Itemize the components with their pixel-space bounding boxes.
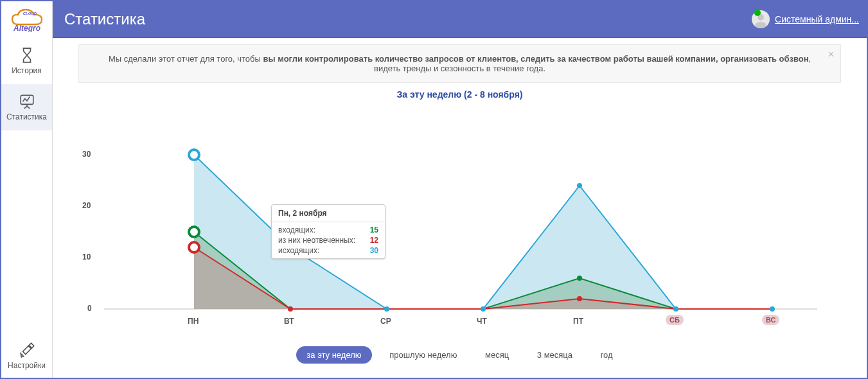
sidebar-item-label: Статистика: [6, 112, 47, 121]
tooltip-out-label: исходящих:: [278, 246, 319, 255]
svg-point-14: [577, 296, 582, 301]
sidebar-item-label: История: [12, 66, 42, 75]
svg-point-6: [189, 227, 199, 237]
svg-point-13: [577, 276, 582, 281]
sidebar-item-label: Настройки: [8, 361, 46, 370]
svg-text:CLOUD: CLOUD: [22, 12, 37, 15]
chart-svg: [78, 105, 843, 336]
logo: CLOUD Altegro: [1, 1, 53, 38]
user-menu[interactable]: Системный админ...: [743, 10, 867, 28]
chart[interactable]: 30 20 10 0 ПН ВТ СР ЧТ ПТ СБ ВС: [78, 105, 843, 342]
tooltip-out-val: 30: [370, 246, 378, 255]
range-selector: за эту неделю прошлую неделю месяц 3 мес…: [72, 346, 847, 364]
notice-text-bold: вы могли контролировать количество запро…: [263, 54, 809, 64]
sidebar-item-history[interactable]: История: [1, 38, 52, 84]
range-last-week[interactable]: прошлую неделю: [379, 346, 467, 364]
svg-text:Altegro: Altegro: [13, 24, 40, 32]
svg-point-11: [481, 306, 486, 312]
svg-point-10: [384, 306, 389, 312]
svg-point-16: [770, 306, 775, 312]
notice-text-pre: Мы сделали этот отчет для того, чтобы: [109, 54, 263, 64]
sidebar: История Статистика Настройки: [1, 38, 53, 379]
range-year[interactable]: год: [590, 346, 623, 364]
chart-title: За эту неделю (2 - 8 ноября): [72, 89, 847, 100]
svg-point-12: [577, 183, 582, 188]
svg-rect-3: [21, 95, 33, 104]
svg-point-7: [189, 242, 199, 252]
range-3months[interactable]: 3 месяца: [527, 346, 583, 364]
tooltip-in-label: входящих:: [278, 225, 315, 234]
tools-icon: [19, 342, 35, 358]
tooltip-date: Пн, 2 ноября: [272, 205, 385, 222]
tooltip-in-val: 15: [370, 225, 378, 234]
sidebar-item-settings[interactable]: Настройки: [1, 333, 52, 379]
page-title: Статистика: [53, 10, 743, 28]
range-month[interactable]: месяц: [475, 346, 519, 364]
range-this-week[interactable]: за эту неделю: [296, 346, 371, 364]
cloud-logo-icon: CLOUD Altegro: [8, 6, 46, 32]
svg-point-9: [288, 306, 293, 312]
tooltip-miss-label: из них неотвеченных:: [278, 236, 355, 245]
svg-point-5: [189, 150, 199, 160]
app-header: CLOUD Altegro Статистика Системный админ…: [1, 1, 867, 38]
hourglass-icon: [19, 47, 35, 64]
tooltip-miss-val: 12: [370, 236, 378, 245]
username[interactable]: Системный админ...: [775, 14, 859, 24]
info-notice: × Мы сделали этот отчет для того, чтобы …: [78, 44, 841, 83]
svg-point-15: [673, 306, 678, 312]
sidebar-item-stats[interactable]: Статистика: [1, 84, 52, 130]
chart-tooltip: Пн, 2 ноября входящих:15 из них неотвече…: [271, 204, 385, 259]
presentation-chart-icon: [19, 93, 35, 110]
main-content: × Мы сделали этот отчет для того, чтобы …: [53, 38, 867, 379]
close-icon[interactable]: ×: [828, 49, 834, 60]
